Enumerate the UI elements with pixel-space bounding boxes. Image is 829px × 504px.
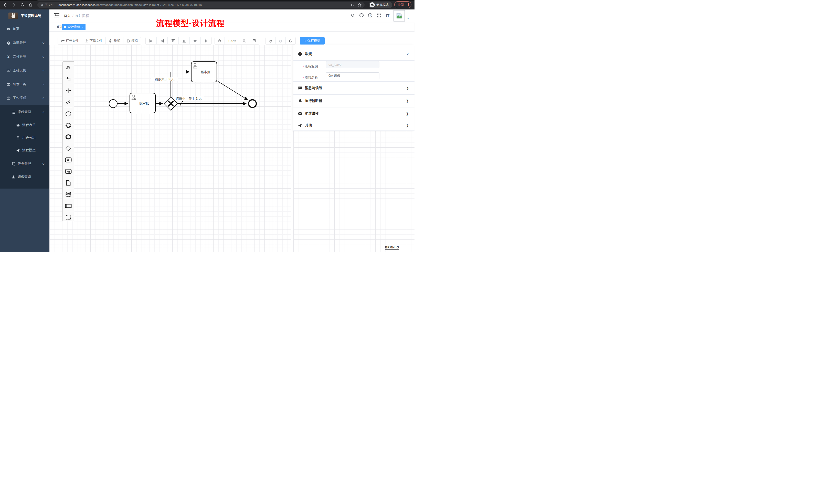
breadcrumb-home[interactable]: 首页: [64, 14, 71, 18]
create-data-object-icon[interactable]: [63, 177, 74, 189]
bpmn-io-watermark[interactable]: BPMN.iO: [385, 245, 399, 250]
zoom-out-icon: [218, 39, 221, 43]
avatar[interactable]: [394, 10, 405, 22]
search-icon[interactable]: [350, 13, 355, 18]
tag-design-active[interactable]: 设计流程 ×: [62, 24, 85, 30]
fit-viewport-button[interactable]: [249, 37, 259, 44]
user-task-level1[interactable]: 一级审批: [130, 93, 155, 113]
urlbar-divider: [56, 3, 56, 7]
github-icon[interactable]: [359, 13, 364, 18]
active-dot: [64, 26, 66, 28]
sidebar-item-home[interactable]: 首页: [0, 23, 49, 35]
space-tool-icon[interactable]: [63, 85, 74, 96]
close-icon[interactable]: ×: [82, 26, 83, 29]
simulate-button[interactable]: 模拟: [123, 37, 141, 44]
create-subprocess-icon[interactable]: [63, 165, 74, 177]
sidebar-collapse-icon[interactable]: [54, 13, 60, 18]
flow-label-le1[interactable]: 请假小于等于 1 天: [176, 97, 202, 100]
browser-back-icon[interactable]: [2, 2, 8, 8]
restart-button[interactable]: [286, 37, 295, 44]
briefcase-icon: [6, 82, 10, 86]
align-hcenter-icon: [204, 39, 208, 43]
end-event[interactable]: [249, 100, 256, 108]
toolbar-history-group: [265, 37, 296, 44]
annotation-title: 流程模型-设计流程: [156, 18, 224, 29]
section-general[interactable]: i 常规 ∨: [293, 48, 414, 61]
svg-text:i: i: [300, 53, 300, 55]
sidebar-item-task-mgmt[interactable]: 任务管理 ∨: [0, 158, 49, 169]
incognito-label: 无痕模式: [376, 3, 389, 7]
zoom-out-button[interactable]: [215, 37, 225, 44]
sidebar-item-devtools[interactable]: 研发工具 ∨: [0, 79, 49, 90]
undo-button[interactable]: [266, 37, 276, 44]
browser-active-tab[interactable]: [37, 0, 81, 1]
section-extension-attrs[interactable]: 扩展属性 ❯: [293, 108, 414, 120]
process-key-input[interactable]: [326, 61, 380, 68]
breadcrumb-current: 设计流程: [75, 14, 89, 18]
process-name-input[interactable]: [326, 72, 380, 79]
align-bottom-button[interactable]: [179, 37, 190, 44]
hand-tool-icon[interactable]: [63, 62, 74, 73]
chevron-down-icon: ∨: [42, 69, 45, 72]
preview-button[interactable]: 预览: [106, 37, 123, 44]
redo-button[interactable]: [276, 37, 286, 44]
help-icon[interactable]: ?: [368, 13, 373, 18]
fit-viewport-icon: [252, 39, 256, 42]
zoom-in-button[interactable]: [240, 37, 249, 44]
create-end-event-icon[interactable]: [63, 131, 74, 143]
create-user-task-icon[interactable]: [63, 154, 74, 165]
flow-task2-to-end[interactable]: [217, 81, 248, 100]
key-icon[interactable]: [350, 3, 354, 7]
sidebar-item-process-mgmt[interactable]: 流程管理 ∧: [0, 107, 49, 118]
sidebar-item-system[interactable]: 系统管理 ∨: [0, 37, 49, 48]
create-group-icon[interactable]: [63, 211, 74, 223]
global-connect-tool-icon[interactable]: [63, 96, 74, 108]
user-task-level2[interactable]: 二级审批: [191, 62, 217, 82]
browser-reload-icon[interactable]: [20, 2, 25, 8]
save-model-button[interactable]: + 保存模型: [300, 37, 325, 44]
flow-gateway-to-task2[interactable]: [171, 72, 189, 97]
bookmark-star-icon[interactable]: [358, 3, 361, 7]
flow-label-gt3[interactable]: 请假大于 3 天: [155, 78, 175, 81]
browser-home-icon[interactable]: [28, 2, 34, 8]
browser-chrome: 不安全 dashboard.yudao.iocoder.cn/bpm/manag…: [0, 0, 414, 9]
open-file-button[interactable]: 打开文件: [58, 37, 82, 44]
create-participant-icon[interactable]: [63, 200, 74, 211]
avatar-caret-icon[interactable]: ▼: [407, 17, 409, 20]
align-right-button[interactable]: [157, 37, 168, 44]
sidebar-item-process-form[interactable]: 流程表单: [0, 119, 49, 131]
browser-menu-icon[interactable]: •••: [408, 3, 409, 6]
app-title: 芋道管理系统: [21, 13, 41, 18]
field-key-label: * 流程标识: [302, 63, 318, 70]
zoom-level[interactable]: 100%: [225, 37, 240, 44]
browser-forward-icon[interactable]: [11, 2, 16, 8]
sidebar-item-user-group[interactable]: 用户分组: [0, 132, 49, 143]
align-vertical-center-button[interactable]: [190, 37, 201, 44]
sidebar-item-workflow[interactable]: 工作流程 ∧: [0, 92, 49, 104]
sidebar-item-infra[interactable]: 基础设施 ∨: [0, 65, 49, 76]
lasso-tool-icon[interactable]: [63, 73, 74, 85]
breadcrumb-separator: /: [72, 14, 73, 18]
section-execution-listener[interactable]: 执行监听器 ❯: [293, 95, 414, 107]
security-chip[interactable]: 不安全: [37, 3, 56, 7]
section-other[interactable]: 其他 ❯: [293, 120, 414, 130]
align-top-button[interactable]: [168, 37, 179, 44]
download-file-button[interactable]: 下载文件: [82, 37, 106, 44]
browser-update-button[interactable]: 更新 •••: [394, 1, 411, 8]
align-horizontal-center-button[interactable]: [201, 37, 212, 44]
start-event[interactable]: [109, 100, 117, 108]
create-start-event-icon[interactable]: [63, 108, 74, 119]
sidebar-item-pay[interactable]: ¥ 支付管理 ∨: [0, 51, 49, 62]
sidebar-item-leave-query[interactable]: 请假查询: [0, 171, 49, 183]
create-gateway-icon[interactable]: [63, 143, 74, 154]
preview-icon: [109, 39, 112, 43]
field-label: 流程名称: [305, 75, 318, 80]
create-data-store-icon[interactable]: [63, 189, 74, 200]
align-left-button[interactable]: [146, 37, 157, 44]
section-message-signal[interactable]: 消息与信号 ❯: [293, 82, 414, 94]
url-bar[interactable]: 不安全 dashboard.yudao.iocoder.cn/bpm/manag…: [37, 2, 365, 8]
font-size-icon[interactable]: tT: [385, 13, 390, 18]
create-intermediate-event-icon[interactable]: [63, 119, 74, 131]
fullscreen-icon[interactable]: [376, 13, 382, 18]
sidebar-item-process-model[interactable]: 流程模型: [0, 145, 49, 156]
